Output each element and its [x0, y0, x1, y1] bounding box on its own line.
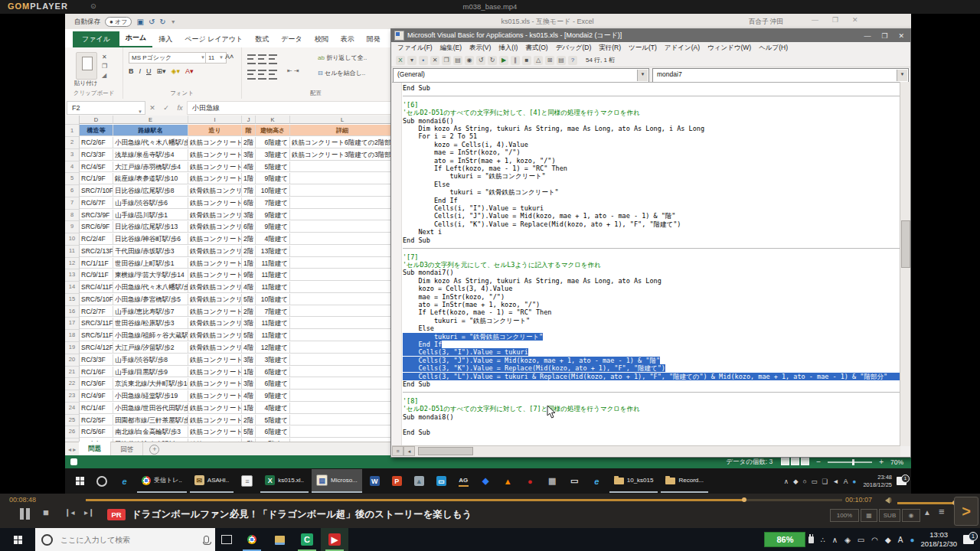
data-cell[interactable]: 南北線/白金高輪駅/歩3: [113, 426, 188, 438]
data-cell[interactable]: RC/3/3F: [80, 354, 113, 366]
data-cell[interactable]: [290, 342, 395, 354]
data-cell[interactable]: 世田谷線/上町駅/歩1: [113, 258, 188, 269]
data-cell[interactable]: 鉄骨鉄筋コンクリート: [188, 330, 242, 341]
action-center-icon[interactable]: 1: [963, 535, 974, 544]
vba-menu-item-8[interactable]: ツール(T): [629, 44, 657, 53]
data-cell[interactable]: 3階建て: [256, 149, 290, 161]
fill-color-button[interactable]: ◈▾: [172, 67, 180, 75]
data-cell[interactable]: 日比谷線/広尾駅/歩13: [113, 221, 188, 233]
data-cell[interactable]: 鉄筋コンクリート: [188, 173, 242, 184]
data-cell[interactable]: [290, 210, 395, 221]
data-cell[interactable]: 鉄筋コンクリート: [188, 197, 242, 209]
ribbon-tab-1[interactable]: ファイル: [73, 31, 119, 47]
run-icon[interactable]: ▶: [499, 56, 508, 65]
copy-icon[interactable]: ❐: [442, 56, 451, 65]
italic-button[interactable]: I: [139, 67, 142, 75]
data-cell[interactable]: 世田谷線/松原駅/歩3: [113, 318, 188, 329]
font-size-select[interactable]: 11▼: [205, 52, 227, 64]
data-cell[interactable]: [290, 378, 395, 390]
data-cell[interactable]: 9階: [242, 269, 256, 281]
data-cell[interactable]: 日比谷線/神谷町駅/歩6: [113, 233, 188, 245]
taskbar-item-vba-icon[interactable]: ▤Microso...: [312, 469, 362, 493]
taskbar-item-gray-app-icon[interactable]: ▦: [543, 470, 562, 492]
data-cell[interactable]: 3階: [242, 210, 256, 221]
dropbox-icon[interactable]: ◆: [793, 478, 799, 485]
ribbon-tab-5[interactable]: 数式: [249, 32, 275, 47]
data-cell[interactable]: 11階建て: [256, 269, 290, 281]
people-icon[interactable]: ∴: [820, 536, 825, 544]
subtitle-button[interactable]: SUB: [879, 509, 900, 522]
data-cell[interactable]: 5階建て: [256, 415, 290, 426]
data-cell[interactable]: 鉄骨鉄筋コンクリート: [188, 318, 242, 329]
data-cell[interactable]: 鉄筋コンクリート: [188, 161, 242, 173]
data-cell[interactable]: 7階建て: [256, 197, 290, 209]
data-cell[interactable]: 鉄筋コンクリート: [188, 137, 242, 148]
data-cell[interactable]: 2階: [242, 306, 256, 318]
redo-icon[interactable]: ↻: [488, 56, 497, 65]
data-cell[interactable]: 3階: [242, 318, 256, 329]
autosave-toggle[interactable]: ● オフ: [105, 17, 132, 27]
chevron-up-icon[interactable]: ∧: [784, 478, 789, 485]
data-cell[interactable]: 鉄筋コンクリート: [188, 403, 242, 414]
data-cell[interactable]: 3階: [242, 354, 256, 366]
data-cell[interactable]: 1階: [242, 258, 256, 269]
data-cell[interactable]: 鉄骨鉄筋コンクリート: [188, 221, 242, 233]
split-handle-icon[interactable]: ≡: [392, 446, 403, 456]
scroll-left-icon[interactable]: ◂: [403, 446, 415, 456]
data-cell[interactable]: 鉄筋コンクリート: [188, 233, 242, 245]
data-cell[interactable]: 鉄筋コンクリート: [188, 306, 242, 318]
taskbar-item-doc-icon[interactable]: ≡: [237, 470, 257, 492]
pause-button[interactable]: [20, 508, 30, 520]
data-cell[interactable]: 田園都市線/三軒茶屋駅/歩1: [113, 415, 188, 426]
data-cell[interactable]: 3階: [242, 378, 256, 390]
align-top-icon[interactable]: [247, 54, 279, 67]
gear-icon[interactable]: ⊙: [90, 2, 96, 10]
data-cell[interactable]: [290, 269, 395, 281]
data-cell[interactable]: 6階建て: [256, 378, 290, 390]
action-center-icon[interactable]: 1: [897, 477, 906, 485]
data-cell[interactable]: [290, 330, 395, 341]
data-cell[interactable]: [290, 197, 395, 209]
data-cell[interactable]: 鉄骨鉄筋コンクリート: [188, 342, 242, 354]
excel-grid[interactable]: DEIJKL 1構造等路線駅名造り階建物高さ詳細 2RC/2/6F小田急線/代々…: [65, 116, 394, 463]
data-cell[interactable]: SRC/7/10F: [80, 185, 113, 197]
taskbar-item-chat-icon[interactable]: ▭: [565, 470, 584, 492]
taskbar-item-red-app-icon[interactable]: ●: [521, 470, 540, 492]
data-cell[interactable]: 4階: [242, 282, 256, 293]
format-painter-icon[interactable]: ◢: [102, 72, 106, 79]
data-cell[interactable]: RC/4/5F: [80, 161, 113, 173]
ime-a-icon[interactable]: A: [898, 536, 903, 544]
data-cell[interactable]: 4階: [242, 161, 256, 173]
data-cell[interactable]: 5階: [242, 426, 256, 438]
data-cell[interactable]: [290, 306, 395, 318]
seek-bar[interactable]: [86, 499, 842, 501]
ribbon-tab-3[interactable]: 挿入: [152, 32, 178, 47]
data-cell[interactable]: 鉄筋コンクリート: [188, 354, 242, 366]
copy-icon[interactable]: ❐: [102, 63, 107, 70]
vba-menu-item-10[interactable]: ウィンドウ(W): [707, 44, 751, 53]
taskbar-item-ag-icon[interactable]: AG: [454, 470, 473, 492]
save-icon[interactable]: ▪: [419, 56, 428, 65]
data-cell[interactable]: [290, 221, 395, 233]
data-cell[interactable]: 11階建て: [256, 282, 290, 293]
redo-icon[interactable]: ↻: [159, 18, 165, 26]
data-cell[interactable]: 大江戸線/赤羽橋駅/歩4: [113, 161, 188, 173]
display-icon[interactable]: ❏: [822, 478, 828, 485]
data-cell[interactable]: 10階建て: [256, 294, 290, 305]
vba-menu-item-2[interactable]: 編集(E): [440, 44, 462, 53]
recorded-clock[interactable]: 23:482018/12/25: [863, 474, 892, 488]
data-cell[interactable]: 鉄骨鉄筋コンクリート: [188, 185, 242, 197]
data-cell[interactable]: 9階建て: [256, 221, 290, 233]
side-panel-arrow-button[interactable]: >: [954, 497, 978, 526]
data-cell[interactable]: [290, 403, 395, 414]
data-cell[interactable]: 3階: [242, 149, 256, 161]
taskbar-item-camera-icon[interactable]: ▭: [432, 470, 451, 492]
data-cell[interactable]: SRC/3/9F: [80, 210, 113, 221]
data-cell[interactable]: 6階建て: [256, 426, 290, 438]
stop-button[interactable]: ■: [43, 507, 49, 518]
speaker-icon[interactable]: ◄: [832, 478, 838, 485]
close-icon[interactable]: ✕: [898, 32, 904, 40]
taskbar-item-photos-icon[interactable]: ▲: [410, 470, 429, 492]
sheet-nav-icons[interactable]: ◂ ▸: [68, 446, 76, 453]
taskbar-item-vlc-icon[interactable]: ▲: [498, 470, 518, 492]
